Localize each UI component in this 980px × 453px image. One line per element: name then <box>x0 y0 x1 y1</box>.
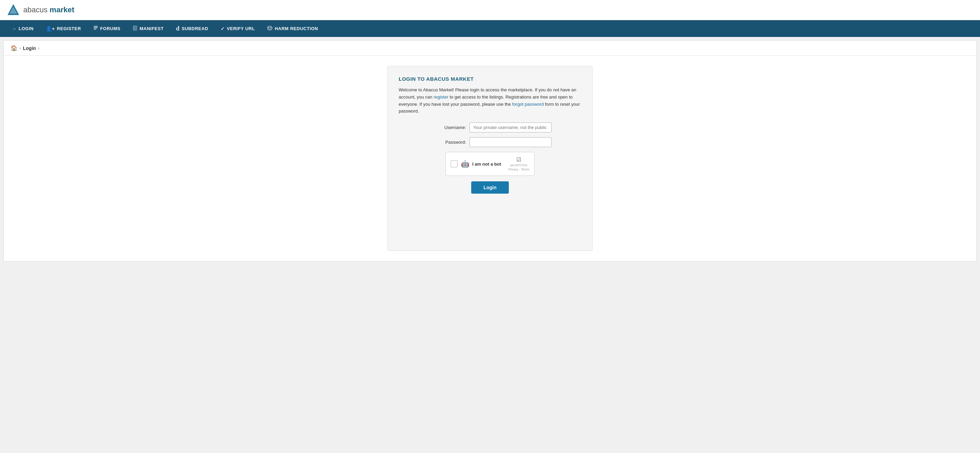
breadcrumb-current: Login <box>23 46 36 51</box>
breadcrumb-sep1: › <box>19 46 21 51</box>
register-link[interactable]: register <box>434 94 448 100</box>
captcha-box[interactable]: 🤖 I am not a bot ☑ reCAPTCHA Privacy - T… <box>445 152 535 176</box>
logo-icon <box>7 3 20 16</box>
site-header: abacus market <box>0 0 980 20</box>
svg-rect-8 <box>134 29 135 29</box>
nav-manifest[interactable]: MANIFEST <box>127 21 170 36</box>
page-wrapper: 🏠 › Login › LOGIN TO ABACUS MARKET Welco… <box>3 40 977 262</box>
login-icon: → <box>12 26 17 32</box>
home-icon[interactable]: 🏠 <box>11 45 18 51</box>
svg-rect-6 <box>134 27 136 27</box>
nav-harm-reduction[interactable]: HARM REDUCTION <box>261 21 324 36</box>
svg-rect-3 <box>94 27 98 28</box>
login-button[interactable]: Login <box>471 181 509 194</box>
login-btn-row: Login <box>399 181 581 194</box>
nav-bar: → LOGIN 👤+ REGISTER FORUMS MANIFEST d SU… <box>0 20 980 37</box>
nav-subdread[interactable]: d SUBDREAD <box>170 20 215 37</box>
logo[interactable]: abacus market <box>7 3 74 16</box>
username-row: Username: <box>399 123 581 132</box>
harm-reduction-icon <box>267 26 272 32</box>
forgot-password-link[interactable]: forgot password <box>512 102 544 107</box>
svg-rect-2 <box>94 26 98 27</box>
robot-icon: 🤖 <box>461 160 469 168</box>
svg-rect-4 <box>94 29 96 29</box>
login-card-title: LOGIN TO ABACUS MARKET <box>399 76 581 82</box>
breadcrumb: 🏠 › Login › <box>4 41 976 56</box>
password-input[interactable] <box>469 137 552 147</box>
register-icon: 👤+ <box>46 26 55 32</box>
username-input[interactable] <box>469 123 552 132</box>
nav-verify-url[interactable]: ✓ VERIFY URL <box>215 21 261 36</box>
nav-register[interactable]: 👤+ REGISTER <box>40 21 87 36</box>
main-content: LOGIN TO ABACUS MARKET Welcome to Abacus… <box>4 56 976 261</box>
logo-text: abacus market <box>23 5 74 14</box>
username-label: Username: <box>428 125 466 130</box>
verify-url-icon: ✓ <box>221 26 225 32</box>
password-label: Password: <box>428 140 466 145</box>
svg-point-11 <box>270 27 272 29</box>
nav-login[interactable]: → LOGIN <box>5 21 40 36</box>
captcha-container: 🤖 I am not a bot ☑ reCAPTCHA Privacy - T… <box>399 152 581 176</box>
svg-rect-7 <box>134 28 136 29</box>
login-card-desc: Welcome to Abacus Market! Please login t… <box>399 86 581 115</box>
breadcrumb-sep2: › <box>38 46 39 51</box>
svg-point-9 <box>267 26 272 30</box>
password-row: Password: <box>399 137 581 147</box>
captcha-label: I am not a bot <box>472 161 501 167</box>
forums-icon <box>93 26 98 32</box>
login-card: LOGIN TO ABACUS MARKET Welcome to Abacus… <box>387 66 593 251</box>
captcha-checkbox[interactable] <box>451 161 458 167</box>
subdread-icon: d <box>176 25 180 32</box>
svg-point-10 <box>269 27 269 29</box>
captcha-label-area: 🤖 I am not a bot <box>461 160 505 168</box>
manifest-icon <box>133 26 137 32</box>
recaptcha-branding: ☑ reCAPTCHA Privacy - Terms <box>508 156 529 171</box>
nav-forums[interactable]: FORUMS <box>87 21 127 36</box>
